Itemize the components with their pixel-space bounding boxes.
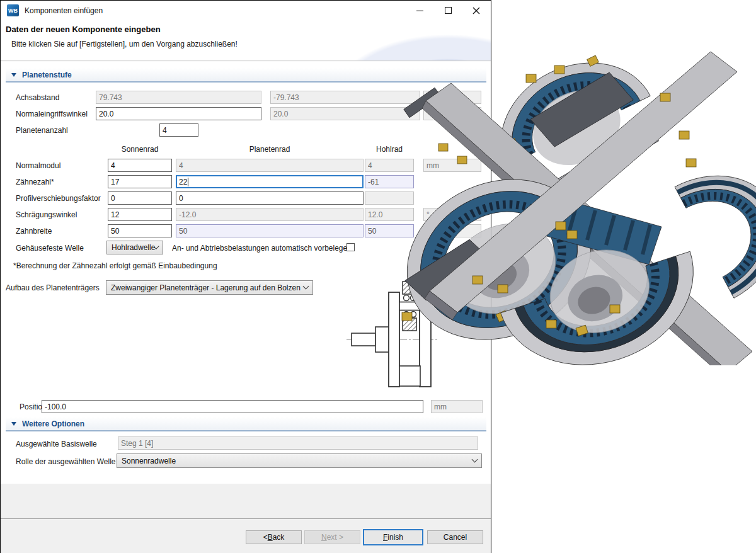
- bottom-filler: [1, 484, 491, 518]
- finish-label-mnemonic: F: [383, 533, 387, 542]
- basiswelle-label: Ausgewählte Basiswelle: [16, 440, 97, 448]
- zaehnezahl-planetenrad-input[interactable]: [176, 175, 364, 188]
- basiswelle-input: [118, 436, 478, 450]
- position-unit: [431, 400, 483, 413]
- eingriffswinkel-label: Normaleingriffswinkel: [16, 110, 88, 118]
- next-label-mnemonic: N: [321, 533, 327, 542]
- vorbelegen-checkbox-label: An- und Abtriebsbelastungen automatisch …: [172, 244, 352, 253]
- back-label-post: ack: [273, 533, 285, 542]
- section-weitere-optionen[interactable]: Weitere Optionen: [6, 417, 486, 431]
- rolle-label: Rolle der ausgewählten Welle: [16, 457, 116, 466]
- wizard-subtitle: Bitte klicken Sie auf [Fertigstellen], u…: [11, 40, 238, 48]
- column-header-planetenrad: Planetenrad: [176, 145, 364, 154]
- position-input[interactable]: [42, 400, 423, 413]
- app-icon: WB: [7, 4, 19, 16]
- planetenanzahl-label: Planetenanzahl: [16, 126, 68, 135]
- column-header-sonnenrad: Sonnenrad: [108, 145, 172, 154]
- planetenanzahl-input[interactable]: [159, 123, 198, 137]
- finish-label-post: inish: [387, 533, 403, 542]
- close-icon: [472, 7, 480, 14]
- zahnbreite-planetenrad-input: [176, 224, 364, 237]
- schraegung-planetenrad-input: [176, 208, 364, 221]
- back-label-pre: <: [263, 533, 268, 542]
- rolle-value: Sonnenradwelle: [122, 457, 176, 465]
- wizard-title: Daten der neuen Komponente eingeben: [6, 25, 161, 34]
- section-title: Weitere Optionen: [22, 419, 84, 428]
- planetentraeger-value: Zweiwangiger Planetenträger - Lagerung a…: [111, 283, 301, 292]
- maximize-icon: [445, 7, 452, 14]
- profilverschiebungsfaktor-label: Profilverschiebungsfaktor: [16, 194, 101, 203]
- collapse-arrow-icon: [11, 73, 16, 77]
- next-button: Next >: [304, 530, 360, 544]
- rolle-dropdown[interactable]: Sonnenradwelle: [117, 453, 482, 468]
- profil-sonnenrad-input[interactable]: [108, 191, 172, 205]
- eingriffswinkel-input-1[interactable]: [96, 107, 261, 120]
- maximize-button[interactable]: [433, 1, 462, 20]
- gehaeusefeste-welle-value: Hohlradwelle: [112, 243, 155, 252]
- planetentraeger-label: Aufbau des Planetenträgers: [6, 283, 100, 292]
- finish-button[interactable]: Finish: [363, 529, 423, 545]
- minimize-button[interactable]: [405, 1, 434, 20]
- zaehnezahl-label: Zähnezahl*: [16, 178, 54, 186]
- window-title: Komponenten einfügen: [25, 6, 103, 15]
- back-label-mnemonic: B: [268, 533, 273, 542]
- zaehnezahl-sonnenrad-input[interactable]: [108, 175, 172, 188]
- normalmodul-label: Normalmodul: [16, 161, 60, 170]
- normalmodul-sonnenrad-input[interactable]: [108, 159, 172, 172]
- profil-planetenrad-input[interactable]: [176, 191, 364, 205]
- zahnbreite-label: Zahnbreite: [16, 227, 52, 236]
- normalmodul-planetenrad-input: [176, 159, 364, 172]
- gehaeusefeste-welle-label: Gehäusefeste Welle: [16, 244, 84, 253]
- cancel-label: Cancel: [444, 533, 467, 542]
- zaehnezahl-footnote: *Berechnung der Zähnezahl erfolgt gemäß …: [13, 261, 217, 270]
- text-cursor: [188, 178, 188, 186]
- section-title: Planetenstufe: [22, 71, 72, 79]
- gehaeusefeste-welle-dropdown[interactable]: Hohlradwelle: [106, 241, 163, 254]
- chevron-down-icon: [303, 283, 309, 290]
- vorbelegen-checkbox[interactable]: [346, 243, 355, 251]
- minimize-icon: [416, 10, 423, 11]
- zahnbreite-sonnenrad-input[interactable]: [108, 224, 172, 237]
- cancel-button[interactable]: Cancel: [427, 530, 483, 544]
- collapse-arrow-icon: [11, 422, 16, 426]
- next-label-post: ext >: [327, 533, 343, 542]
- schraegung-sonnenrad-input[interactable]: [108, 208, 172, 221]
- chevron-down-icon: [472, 457, 478, 463]
- close-button[interactable]: [462, 1, 491, 20]
- achsabstand-label: Achsabstand: [16, 93, 59, 102]
- schraegungswinkel-label: Schrägungswinkel: [16, 210, 77, 219]
- planetentraeger-dropdown[interactable]: Zweiwangiger Planetenträger - Lagerung a…: [106, 280, 313, 295]
- button-bar: < Back Next > Finish Cancel: [1, 519, 491, 553]
- achsabstand-input-1: [96, 91, 261, 104]
- gearbox-3d-view: [397, 38, 756, 365]
- back-button[interactable]: < Back: [246, 530, 302, 544]
